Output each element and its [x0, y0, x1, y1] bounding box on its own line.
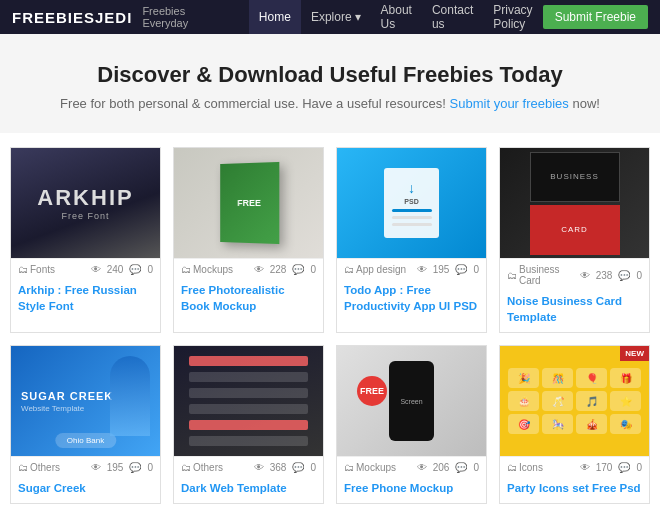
nav-about[interactable]: About Us — [371, 0, 422, 34]
eye-icon: 👁 — [254, 462, 264, 473]
eye-icon: 👁 — [417, 264, 427, 275]
nav-contact[interactable]: Contact us — [422, 0, 483, 34]
card-category: 🗂 Icons — [507, 462, 543, 473]
comment-icon: 💬 — [455, 462, 467, 473]
card-stats: 👁368 💬0 — [254, 462, 316, 473]
card-stats: 👁195 💬0 — [91, 462, 153, 473]
card-stats: 👁170 💬0 — [580, 462, 642, 473]
comment-icon: 💬 — [292, 462, 304, 473]
eye-icon: 👁 — [417, 462, 427, 473]
card-category: 🗂 Others — [181, 462, 223, 473]
card-stats: 👁240 💬0 — [91, 264, 153, 275]
card-meta: 🗂 Icons 👁170 💬0 — [500, 456, 649, 476]
card-phone[interactable]: Screen FREE 🗂 Mockups 👁206 💬0 Free Phone… — [336, 345, 487, 504]
folder-icon: 🗂 — [181, 462, 191, 473]
brand-logo[interactable]: FREEBIESJEDI — [12, 9, 132, 26]
card-title: Party Icons set Free Psd — [500, 476, 649, 503]
card-category: 🗂 Mockups — [181, 264, 233, 275]
card-stats: 👁238 💬0 — [580, 270, 642, 281]
card-meta: 🗂 Business Card 👁238 💬0 — [500, 258, 649, 289]
folder-icon: 🗂 — [507, 270, 517, 281]
card-meta: 🗂 Fonts 👁240 💬0 — [11, 258, 160, 278]
card-meta: 🗂 Mockups 👁228 💬0 — [174, 258, 323, 278]
eye-icon: 👁 — [580, 270, 590, 281]
card-category: 🗂 Business Card — [507, 264, 574, 286]
folder-icon: 🗂 — [344, 264, 354, 275]
card-category: 🗂 Fonts — [18, 264, 55, 275]
card-sugar[interactable]: SUGAR CREEK Website Template Ohio Bank 🗂… — [10, 345, 161, 504]
eye-icon: 👁 — [254, 264, 264, 275]
folder-icon: 🗂 — [507, 462, 517, 473]
brand-tagline: Freebies Everyday — [142, 5, 232, 29]
card-category: 🗂 Mockups — [344, 462, 396, 473]
card-title: Dark Web Template — [174, 476, 323, 503]
nav-privacy[interactable]: Privacy Policy — [483, 0, 542, 34]
card-darkweb[interactable]: 🗂 Others 👁368 💬0 Dark Web Template — [173, 345, 324, 504]
nav-links: Home Explore ▾ About Us Contact us Priva… — [249, 0, 543, 34]
comment-icon: 💬 — [129, 462, 141, 473]
cards-grid: ARKHIP Free Font 🗂 Fonts 👁240 💬0 Arkhip … — [0, 133, 660, 510]
comment-icon: 💬 — [618, 462, 630, 473]
badge: NEW — [620, 346, 649, 361]
eye-icon: 👁 — [91, 264, 101, 275]
hero-text-after: now! — [569, 96, 600, 111]
submit-freebie-button[interactable]: Submit Freebie — [543, 5, 648, 29]
card-meta: 🗂 Others 👁195 💬0 — [11, 456, 160, 476]
card-meta: 🗂 Mockups 👁206 💬0 — [337, 456, 486, 476]
card-title: Free Photorealistic Book Mockup — [174, 278, 323, 321]
hero-title: Discover & Download Useful Freebies Toda… — [20, 62, 640, 88]
card-title: Noise Business Card Template — [500, 289, 649, 332]
eye-icon: 👁 — [91, 462, 101, 473]
comment-icon: 💬 — [618, 270, 630, 281]
hero-subtitle: Free for both personal & commercial use.… — [20, 96, 640, 111]
card-stats: 👁206 💬0 — [417, 462, 479, 473]
card-biz[interactable]: BUSINESS CARD 🗂 Business Card 👁238 💬0 No… — [499, 147, 650, 333]
folder-icon: 🗂 — [181, 264, 191, 275]
card-title: Arkhip : Free Russian Style Font — [11, 278, 160, 321]
card-meta: 🗂 Others 👁368 💬0 — [174, 456, 323, 476]
card-stats: 👁195 💬0 — [417, 264, 479, 275]
card-category: 🗂 Others — [18, 462, 60, 473]
chevron-down-icon: ▾ — [355, 10, 361, 24]
card-book[interactable]: FREE 🗂 Mockups 👁228 💬0 Free Photorealist… — [173, 147, 324, 333]
hero-submit-link[interactable]: Submit your freebies — [450, 96, 569, 111]
card-category: 🗂 App design — [344, 264, 406, 275]
card-title: Todo App : Free Productivity App UI PSD — [337, 278, 486, 321]
comment-icon: 💬 — [292, 264, 304, 275]
eye-icon: 👁 — [580, 462, 590, 473]
card-app[interactable]: ↓ PSD 🗂 App design 👁195 💬0 Todo App : Fr… — [336, 147, 487, 333]
card-title: Free Phone Mockup — [337, 476, 486, 503]
folder-icon: 🗂 — [18, 462, 28, 473]
folder-icon: 🗂 — [344, 462, 354, 473]
card-title: Sugar Creek — [11, 476, 160, 503]
nav-home[interactable]: Home — [249, 0, 301, 34]
card-icons[interactable]: 🎉 🎊 🎈 🎁 🎂 🥂 🎵 ⭐ 🎯 🎠 🎪 🎭 NEW 🗂 Icons — [499, 345, 650, 504]
comment-icon: 💬 — [455, 264, 467, 275]
card-stats: 👁228 💬0 — [254, 264, 316, 275]
nav-explore[interactable]: Explore ▾ — [301, 0, 371, 34]
hero-section: Discover & Download Useful Freebies Toda… — [0, 34, 660, 133]
card-arkhip[interactable]: ARKHIP Free Font 🗂 Fonts 👁240 💬0 Arkhip … — [10, 147, 161, 333]
comment-icon: 💬 — [129, 264, 141, 275]
navbar: FREEBIESJEDI Freebies Everyday Home Expl… — [0, 0, 660, 34]
folder-icon: 🗂 — [18, 264, 28, 275]
hero-text-before: Free for both personal & commercial use.… — [60, 96, 449, 111]
card-meta: 🗂 App design 👁195 💬0 — [337, 258, 486, 278]
